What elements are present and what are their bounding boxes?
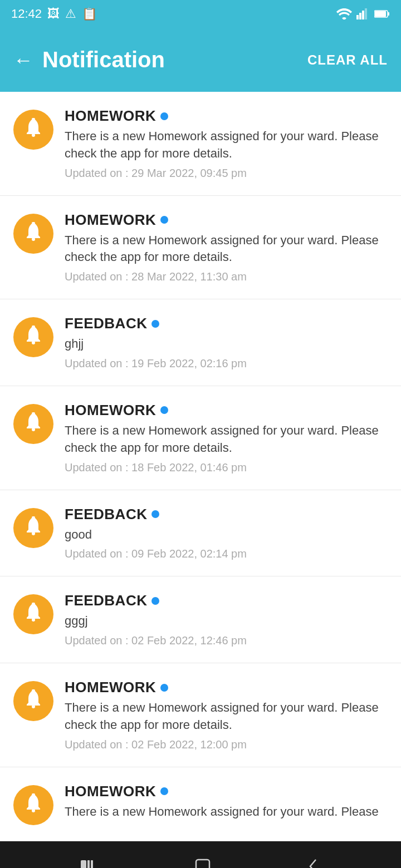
battery-icon [374,9,390,18]
svg-rect-16 [32,516,35,518]
svg-rect-10 [32,222,35,224]
notification-date: Updated on : 29 Mar 2022, 09:45 pm [65,167,388,180]
unread-dot [151,320,159,328]
svg-rect-8 [32,118,35,120]
notification-body: good [65,526,388,544]
svg-rect-5 [375,11,386,17]
notification-content: HOMEWORK There is a new Homework assigne… [65,783,388,825]
back-nav-icon[interactable] [306,856,321,868]
bell-icon [23,117,44,142]
notification-title: FEEDBACK [65,506,147,523]
bell-icon-wrapper [13,594,53,634]
notification-date: Updated on : 02 Feb 2022, 12:00 pm [65,738,388,751]
notification-date: Updated on : 09 Feb 2022, 02:14 pm [65,548,388,560]
bell-icon [23,688,44,714]
svg-rect-24 [87,860,90,868]
svg-point-13 [32,428,35,431]
bell-icon-wrapper [13,508,53,548]
svg-point-11 [32,341,35,344]
notification-item[interactable]: FEEDBACK good Updated on : 09 Feb 2022, … [0,490,401,577]
image-icon: 🖼 [47,7,60,21]
back-button[interactable]: ← [13,48,33,72]
warning-icon: ⚠ [65,7,76,21]
notification-body: gggj [65,613,388,630]
menu-icon[interactable] [80,857,100,868]
svg-rect-23 [81,860,86,868]
svg-rect-20 [32,689,35,691]
notification-body: There is a new Homework assigned for you… [65,699,388,734]
bell-icon-wrapper [13,404,53,444]
bell-icon [23,411,44,437]
notification-title-row: FEEDBACK [65,592,388,609]
wifi-icon [336,8,352,19]
notification-content: HOMEWORK There is a new Homework assigne… [65,679,388,751]
status-bar: 12:42 🖼 ⚠ 📋 [0,0,401,28]
navigation-bar [0,841,401,868]
notification-date: Updated on : 18 Feb 2022, 01:46 pm [65,461,388,474]
notification-content: HOMEWORK There is a new Homework assigne… [65,107,388,180]
notification-body: There is a new Homework assigned for you… [65,803,388,821]
bell-icon-wrapper [13,785,53,825]
svg-point-17 [32,618,35,622]
notification-title-row: HOMEWORK [65,679,388,696]
unread-dot [160,112,168,120]
bell-icon [23,515,44,541]
bell-icon-wrapper [13,681,53,721]
svg-point-7 [32,134,35,137]
notification-date: Updated on : 02 Feb 2022, 12:46 pm [65,634,388,647]
signal-icon [356,8,370,19]
notification-title-row: HOMEWORK [65,402,388,419]
bell-icon-wrapper [13,110,53,150]
notification-title: HOMEWORK [65,679,156,696]
notification-body: ghjj [65,336,388,353]
notification-title-row: FEEDBACK [65,315,388,332]
notification-content: HOMEWORK There is a new Homework assigne… [65,402,388,474]
notification-body: There is a new Homework assigned for you… [65,232,388,267]
bell-icon-wrapper [13,214,53,254]
bell-icon [23,601,44,627]
clear-all-button[interactable]: CLEAR ALL [307,52,388,68]
status-time: 12:42 [11,7,42,21]
notification-content: FEEDBACK gggj Updated on : 02 Feb 2022, … [65,592,388,647]
notification-item[interactable]: HOMEWORK There is a new Homework assigne… [0,92,401,196]
svg-rect-0 [356,15,359,19]
notification-item[interactable]: FEEDBACK ghjj Updated on : 19 Feb 2022, … [0,299,401,386]
svg-rect-12 [32,326,35,327]
notification-item[interactable]: HOMEWORK There is a new Homework assigne… [0,663,401,767]
svg-rect-14 [32,412,35,414]
svg-point-15 [32,532,35,535]
notification-list: HOMEWORK There is a new Homework assigne… [0,92,401,841]
bell-icon [23,221,44,246]
home-icon[interactable] [193,856,213,868]
unread-dot [151,510,159,518]
header-left: ← Notification [13,47,165,72]
notification-date: Updated on : 19 Feb 2022, 02:16 pm [65,357,388,370]
notification-content: FEEDBACK ghjj Updated on : 19 Feb 2022, … [65,315,388,370]
notification-item[interactable]: FEEDBACK gggj Updated on : 02 Feb 2022, … [0,576,401,663]
svg-rect-1 [359,13,361,19]
notification-item[interactable]: HOMEWORK There is a new Homework assigne… [0,386,401,490]
notification-title: HOMEWORK [65,402,156,419]
status-bar-right [336,8,390,19]
notification-item[interactable]: HOMEWORK There is a new Homework assigne… [0,767,401,841]
bell-icon-wrapper [13,317,53,357]
bell-icon [23,324,44,350]
svg-rect-6 [388,12,389,16]
notification-content: FEEDBACK good Updated on : 09 Feb 2022, … [65,506,388,561]
svg-rect-25 [91,860,93,868]
unread-dot [160,406,168,414]
page-title: Notification [42,47,165,72]
notification-title: HOMEWORK [65,107,156,125]
svg-rect-2 [362,11,364,19]
notification-item[interactable]: HOMEWORK There is a new Homework assigne… [0,196,401,300]
unread-dot [151,597,159,605]
notification-title-row: HOMEWORK [65,783,388,800]
notification-body: There is a new Homework assigned for you… [65,422,388,457]
notification-title-row: FEEDBACK [65,506,388,523]
notification-body: There is a new Homework assigned for you… [65,128,388,162]
unread-dot [160,216,168,224]
svg-rect-18 [32,603,35,604]
notification-title: FEEDBACK [65,315,147,332]
svg-point-9 [32,238,35,241]
calendar-icon: 📋 [82,7,97,21]
